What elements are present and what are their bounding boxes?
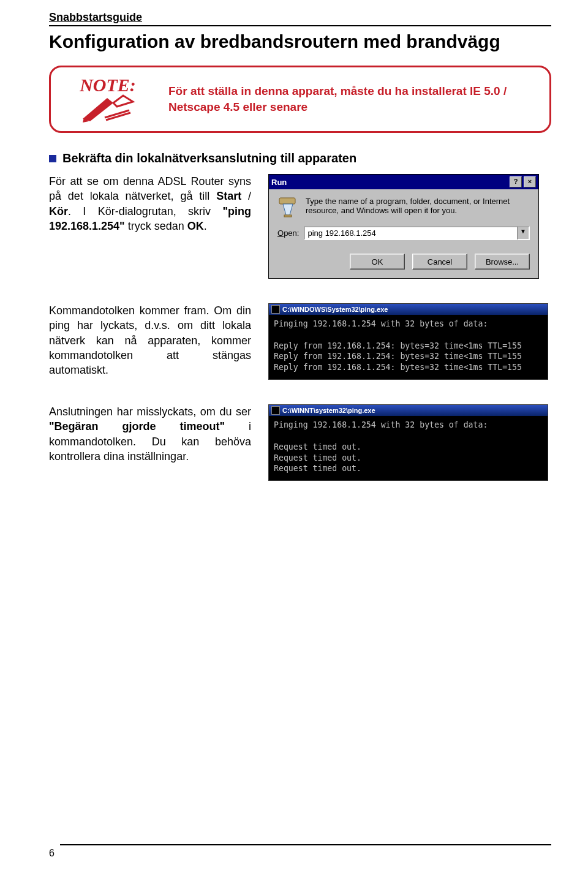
combo-dropdown-button[interactable]: ▼ (517, 226, 530, 240)
doc-header: Snabbstartsguide (49, 11, 551, 24)
close-button[interactable]: × (524, 176, 536, 187)
run-title-text: Run (271, 178, 287, 187)
note-label: NOTE: (80, 76, 136, 94)
help-button[interactable]: ? (510, 176, 522, 187)
cmd-icon (271, 406, 280, 415)
para-cmd-success: Kommandotolken kommer fram. Om din ping … (49, 303, 251, 380)
run-icon (277, 197, 298, 217)
cmd-title-text: C:\WINDOWS\System32\ping.exe (282, 306, 388, 313)
run-description: Type the name of a program, folder, docu… (306, 197, 530, 215)
footer-rule (60, 844, 551, 845)
page-title: Konfiguration av bredbandsroutern med br… (49, 31, 551, 52)
cmd-window-success: C:\WINDOWS\System32\ping.exe Pinging 192… (268, 303, 548, 380)
svg-rect-0 (279, 198, 295, 204)
cmd-icon (271, 305, 280, 314)
note-icon: NOTE: (62, 76, 154, 123)
cancel-button[interactable]: Cancel (412, 254, 467, 270)
run-dialog: Run ? × (268, 174, 539, 279)
section-title: Bekräfta din lokalnätverksanslutning til… (62, 151, 356, 165)
browse-button[interactable]: Browse... (475, 254, 530, 270)
para-cmd-timeout: Anslutningen har misslyckats, om du ser … (49, 404, 251, 481)
note-callout: NOTE: För att ställa in denna apparat, m… (49, 66, 551, 133)
cmd-titlebar: C:\WINNT\system32\ping.exe (269, 405, 548, 416)
open-combobox[interactable]: ▼ (304, 226, 530, 240)
cmd-output: Pinging 192.168.1.254 with 32 bytes of d… (269, 416, 548, 480)
cmd-output: Pinging 192.168.1.254 with 32 bytes of d… (269, 315, 548, 379)
bullet-icon (49, 155, 56, 162)
para-run: För att se om denna ADSL Router syns på … (49, 174, 251, 279)
run-titlebar: Run ? × (269, 175, 538, 189)
svg-rect-1 (284, 215, 292, 217)
note-hand-icon (80, 94, 135, 123)
section-heading: Bekräfta din lokalnätverksanslutning til… (49, 151, 551, 165)
header-rule (49, 25, 551, 26)
note-text: För att ställa in denna apparat, måste d… (168, 83, 538, 115)
cmd-title-text: C:\WINNT\system32\ping.exe (282, 407, 375, 414)
cmd-window-timeout: C:\WINNT\system32\ping.exe Pinging 192.1… (268, 404, 548, 481)
cmd-titlebar: C:\WINDOWS\System32\ping.exe (269, 304, 548, 315)
ok-button[interactable]: OK (350, 254, 405, 270)
open-label: Open: (277, 228, 299, 238)
page-number: 6 (49, 848, 55, 859)
open-input[interactable] (304, 226, 517, 240)
